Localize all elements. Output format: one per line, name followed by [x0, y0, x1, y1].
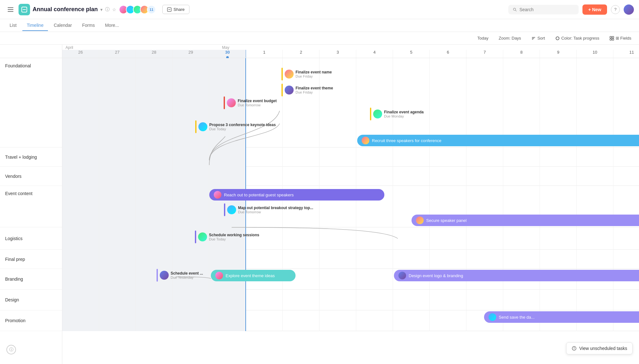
app-icon: [19, 4, 30, 15]
task-name-send-save: Send save the da...: [499, 315, 535, 320]
foundational-label: Foundational: [5, 63, 31, 68]
task-schedule-event[interactable]: Schedule event ... Due Yesterday: [157, 269, 203, 282]
view-unscheduled-button[interactable]: View unscheduled tasks: [566, 342, 633, 354]
task-secure-speaker[interactable]: Secure speaker panel: [412, 215, 639, 226]
task-map-breakout[interactable]: Map out potential breakout strategy top.…: [224, 203, 313, 216]
task-due-finalize-event-name: Due Friday: [296, 74, 332, 78]
task-name-propose-keynote: Propose 3 conference keynote ideas: [209, 123, 276, 127]
task-design-logo[interactable]: Design event logo & branding: [394, 270, 639, 281]
task-send-save[interactable]: Send save the da...: [484, 311, 639, 323]
task-explore-theme[interactable]: Explore event theme ideas: [211, 270, 296, 281]
marker-bar-purple-2: [195, 231, 196, 243]
svg-rect-13: [612, 39, 614, 40]
marker-bar-purple-3: [157, 269, 158, 282]
may-month-label: May: [219, 45, 229, 50]
task-reach-out-speakers[interactable]: Reach out to potential guest speakers: [209, 189, 384, 201]
header-right: + New ?: [508, 4, 634, 15]
task-info-finalize-agenda: Finalize event agenda Due Monday: [384, 110, 424, 118]
branding-label: Branding: [5, 277, 23, 282]
task-name-secure-speaker: Secure speaker panel: [426, 218, 466, 223]
dropdown-icon[interactable]: ▾: [100, 7, 103, 12]
marker-bar-yellow-4: [370, 108, 371, 120]
tab-calendar[interactable]: Calendar: [49, 20, 76, 31]
sidebar-item-foundational: Foundational: [0, 58, 62, 148]
task-name-design-logo: Design event logo & branding: [409, 273, 463, 278]
task-avatar-12: [215, 272, 223, 279]
marker-bar-yellow: [281, 68, 283, 80]
task-avatar-2: [285, 86, 294, 95]
sort-button[interactable]: Sort: [529, 34, 548, 42]
tab-timeline[interactable]: Timeline: [22, 20, 48, 31]
task-due-finalize-agenda: Due Monday: [384, 114, 424, 118]
task-finalize-event-budget[interactable]: Finalize event budget Due Tomorrow: [224, 96, 277, 109]
member-count[interactable]: 11: [147, 5, 156, 14]
svg-rect-12: [610, 39, 612, 40]
task-avatar-13: [398, 272, 406, 279]
task-finalize-event-name[interactable]: Finalize event name Due Friday: [281, 68, 332, 80]
sidebar-header: [0, 45, 62, 58]
task-avatar-10: [198, 232, 207, 241]
task-avatar-14: [489, 313, 496, 321]
row-foundational: [62, 58, 639, 148]
date-4: 4: [356, 50, 393, 58]
date-5: 5: [393, 50, 430, 58]
sidebar-item-logistics: Logistics: [0, 227, 62, 250]
fields-icon: [610, 36, 614, 41]
color-button[interactable]: Color: Task progress: [553, 34, 602, 42]
sidebar-item-design: Design: [0, 290, 62, 310]
task-finalize-event-theme[interactable]: Finalize event theme Due Friday: [281, 84, 333, 96]
task-avatar-9: [416, 216, 424, 224]
zoom-button[interactable]: Zoom: Days: [496, 34, 524, 42]
task-info-finalize-budget: Finalize event budget Due Tomorrow: [238, 99, 277, 107]
fields-label: ⊞ Fields: [616, 36, 631, 41]
fields-button[interactable]: ⊞ Fields: [607, 34, 634, 42]
date-10: 10: [577, 50, 613, 58]
marker-bar-yellow-3: [195, 120, 196, 133]
task-info-map-breakout: Map out potential breakout strategy top.…: [238, 206, 313, 214]
vendors-label: Vendors: [5, 174, 21, 179]
marker-bar-purple: [224, 203, 225, 216]
task-schedule-sessions[interactable]: Schedule working sessions Due Today: [195, 231, 259, 243]
task-name-map-breakout: Map out potential breakout strategy top.…: [238, 206, 313, 210]
search-box[interactable]: [508, 5, 579, 14]
row-travel: [62, 148, 639, 167]
title-icons: ▾ ⓘ ☆: [100, 7, 116, 12]
sidebar-item-branding: Branding: [0, 269, 62, 290]
unscheduled-label: View unscheduled tasks: [579, 346, 627, 351]
marker-bar-yellow-2: [281, 84, 283, 96]
task-info-propose-keynote: Propose 3 conference keynote ideas Due T…: [209, 123, 276, 131]
info-circle-button[interactable]: ⓘ: [6, 345, 16, 354]
new-button[interactable]: + New: [582, 4, 607, 15]
date-11: 11: [613, 50, 639, 58]
row-logistics: [62, 227, 639, 250]
info-icon[interactable]: ⓘ: [105, 7, 110, 12]
date-30-today: 30: [209, 50, 246, 58]
date-26: 26: [62, 50, 99, 58]
header-left: Annual conference plan ▾ ⓘ ☆ 11 Share: [5, 4, 508, 15]
task-finalize-agenda[interactable]: Finalize event agenda Due Monday: [370, 108, 424, 120]
menu-icon[interactable]: [5, 5, 16, 14]
task-avatar-1: [285, 70, 294, 79]
today-button[interactable]: Today: [475, 34, 491, 42]
task-due-propose-keynote: Due Today: [209, 127, 276, 131]
task-due-schedule-event: Due Yesterday: [171, 276, 203, 279]
task-avatar-8: [227, 205, 236, 214]
tab-more[interactable]: More...: [101, 20, 124, 31]
design-label: Design: [5, 297, 19, 302]
task-name-schedule-sessions: Schedule working sessions: [209, 233, 259, 237]
dates-header: April May 26 27 28 29 30 1 2 3 4 5 6: [62, 45, 639, 58]
tab-list[interactable]: List: [5, 20, 21, 31]
task-info-schedule-sessions: Schedule working sessions Due Today: [209, 233, 259, 241]
main-area: Foundational Travel + lodging Vendors Ev…: [0, 45, 639, 364]
tab-forms[interactable]: Forms: [78, 20, 99, 31]
search-input[interactable]: [520, 7, 574, 12]
share-button[interactable]: Share: [162, 5, 189, 14]
task-due-schedule-sessions: Due Today: [209, 237, 259, 241]
grid-container: Finalize event name Due Friday Finalize …: [62, 58, 639, 331]
help-button[interactable]: ?: [611, 5, 620, 14]
task-propose-keynote[interactable]: Propose 3 conference keynote ideas Due T…: [195, 120, 276, 133]
task-avatar-6: [362, 137, 369, 144]
task-recruit-speakers[interactable]: Recruit three speakers for conference: [357, 135, 639, 146]
star-icon[interactable]: ☆: [112, 7, 116, 12]
user-avatar[interactable]: [624, 4, 634, 15]
